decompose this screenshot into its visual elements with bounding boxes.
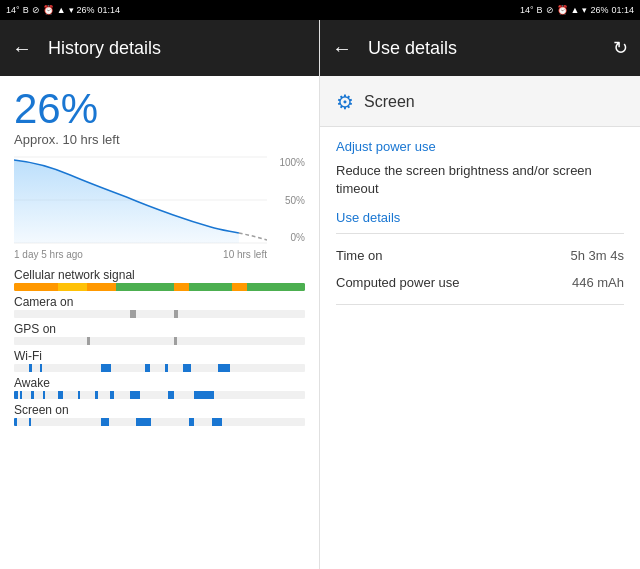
awake-seg2 (20, 391, 22, 399)
wifi-seg6 (183, 364, 191, 372)
time-on-label: Time on (336, 248, 382, 263)
right-toolbar-title: Use details (368, 38, 457, 59)
right-content: ⚙ Screen Adjust power use Reduce the scr… (320, 76, 640, 569)
screen-seg6 (212, 418, 222, 426)
status-bar: 14° B ⊘ ⏰ ▲ ▾ 26% 01:14 14° B ⊘ ⏰ ▲ ▾ 26… (0, 0, 640, 20)
mute-icon: ⊘ (32, 5, 40, 15)
cellular-label: Cellular network signal (14, 268, 305, 282)
status-bar-right: 14° B ⊘ ⏰ ▲ ▾ 26% 01:14 (520, 5, 634, 15)
camera-bar (14, 310, 305, 318)
power-use-value: 446 mAh (572, 275, 624, 290)
gps-label: GPS on (14, 322, 305, 336)
right-back-button[interactable]: ← (332, 37, 352, 60)
chart-svg-area (14, 155, 267, 245)
wifi-status-icon: ▾ (69, 5, 74, 15)
usage-row-awake: Awake (14, 376, 305, 399)
chart-label-0: 0% (291, 232, 305, 243)
wifi-seg5 (165, 364, 168, 372)
wifi-right-icon: ▾ (582, 5, 587, 15)
screen-seg1 (14, 418, 17, 426)
usage-row-gps: GPS on (14, 322, 305, 345)
status-bar-left: 14° B ⊘ ⏰ ▲ ▾ 26% 01:14 (6, 5, 120, 15)
refresh-button[interactable]: ↻ (613, 37, 628, 59)
left-toolbar: ← History details (0, 20, 319, 76)
battery-chart: 100% 50% 0% (14, 155, 305, 245)
chart-end-label: 10 hrs left (223, 249, 267, 260)
usage-row-wifi: Wi-Fi (14, 349, 305, 372)
signal-icon: ▲ (57, 5, 66, 15)
chart-start-label: 1 day 5 hrs ago (14, 249, 83, 260)
left-content: 26% Approx. 10 hrs left (0, 76, 319, 569)
screen-seg5 (189, 418, 194, 426)
awake-seg5 (58, 391, 63, 399)
cellular-bar-track (14, 283, 305, 291)
temp-left: 14° (6, 5, 20, 15)
stat-row-timeon: Time on 5h 3m 4s (336, 242, 624, 269)
use-details-link[interactable]: Use details (336, 210, 624, 225)
divider-bottom (336, 304, 624, 305)
left-panel: ← History details 26% Approx. 10 hrs lef… (0, 0, 320, 569)
awake-seg10 (168, 391, 174, 399)
left-back-button[interactable]: ← (12, 37, 32, 60)
awake-seg6 (78, 391, 80, 399)
mute-icon-right: ⊘ (546, 5, 554, 15)
awake-seg8 (110, 391, 114, 399)
usage-section: Cellular network signal Camera on GPS on (14, 268, 305, 426)
screen-header: ⚙ Screen (320, 76, 640, 127)
alarm-icon: ⏰ (43, 5, 54, 15)
awake-seg11 (194, 391, 214, 399)
left-toolbar-title: History details (48, 38, 161, 59)
camera-label: Camera on (14, 295, 305, 309)
right-toolbar: ← Use details ↻ (320, 20, 640, 76)
battery-right: 26% (590, 5, 608, 15)
power-use-label: Computed power use (336, 275, 460, 290)
signal-icon-right: ▲ (571, 5, 580, 15)
screen-on-label: Screen on (14, 403, 305, 417)
wifi-bar-track (14, 364, 305, 372)
awake-seg7 (95, 391, 98, 399)
chart-label-100: 100% (279, 157, 305, 168)
adjust-power-link[interactable]: Adjust power use (336, 139, 624, 154)
bluetooth-icon: B (23, 5, 29, 15)
usage-row-camera: Camera on (14, 295, 305, 318)
screen-seg2 (29, 418, 31, 426)
wifi-seg3 (101, 364, 111, 372)
awake-label: Awake (14, 376, 305, 390)
battery-approx: Approx. 10 hrs left (14, 132, 305, 147)
screen-section-title: Screen (364, 93, 415, 111)
wifi-seg2 (40, 364, 42, 372)
time-on-value: 5h 3m 4s (571, 248, 624, 263)
time-right: 01:14 (611, 5, 634, 15)
chart-time-labels: 1 day 5 hrs ago 10 hrs left (14, 249, 267, 260)
awake-seg4 (43, 391, 45, 399)
gps-bar (14, 337, 305, 345)
awake-seg9 (130, 391, 140, 399)
bluetooth-icon-right: B (537, 5, 543, 15)
usage-row-cellular: Cellular network signal (14, 268, 305, 291)
wifi-seg1 (29, 364, 32, 372)
wifi-seg4 (145, 364, 150, 372)
battery-percent: 26% (14, 88, 305, 130)
alarm-icon-right: ⏰ (557, 5, 568, 15)
wifi-seg7 (218, 364, 230, 372)
screen-seg3 (101, 418, 109, 426)
chart-label-50: 50% (285, 195, 305, 206)
chart-labels: 100% 50% 0% (271, 155, 305, 245)
gps-bar-track (14, 337, 305, 345)
screen-description: Reduce the screen brightness and/or scre… (336, 162, 624, 198)
gear-icon: ⚙ (336, 90, 354, 114)
screen-seg4 (136, 418, 151, 426)
wifi-label: Wi-Fi (14, 349, 305, 363)
awake-seg1 (14, 391, 18, 399)
right-panel: ← Use details ↻ ⚙ Screen Adjust power us… (320, 0, 640, 569)
screen-bar-track (14, 418, 305, 426)
time-left: 01:14 (98, 5, 121, 15)
stat-row-poweruse: Computed power use 446 mAh (336, 269, 624, 296)
camera-bar-track (14, 310, 305, 318)
usage-row-screen: Screen on (14, 403, 305, 426)
temp-right: 14° (520, 5, 534, 15)
awake-seg3 (31, 391, 34, 399)
awake-bar-track (14, 391, 305, 399)
right-section: Adjust power use Reduce the screen brigh… (320, 127, 640, 325)
divider (336, 233, 624, 234)
